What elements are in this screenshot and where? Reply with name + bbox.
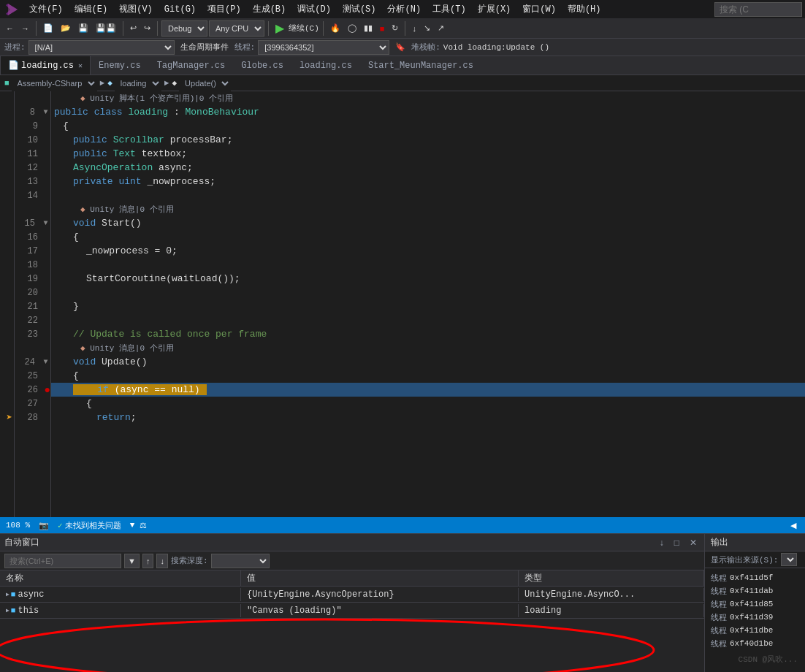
menu-build[interactable]: 生成(B) bbox=[247, 1, 292, 17]
platform-dropdown[interactable]: Any CPU bbox=[209, 20, 264, 37]
left-margin: ➤ bbox=[0, 91, 15, 517]
fold-8[interactable]: ▼ bbox=[41, 108, 50, 116]
auto-table-header: 名称 值 类型 bbox=[0, 570, 704, 587]
menu-extensions[interactable]: 扩展(X) bbox=[472, 1, 517, 17]
assembly-icon: ■ bbox=[4, 79, 9, 88]
panel-pin-btn[interactable]: ↓ bbox=[657, 537, 667, 549]
line-9: { bbox=[51, 119, 805, 133]
auto-search-bar: ▼ ↑ ↓ 搜索深度: bbox=[0, 551, 704, 570]
output-source-dropdown[interactable] bbox=[781, 553, 797, 566]
menu-file[interactable]: 文件(F) bbox=[23, 1, 69, 17]
expand-icon-this[interactable]: ▶ bbox=[6, 607, 9, 614]
line-28: return; bbox=[51, 411, 805, 424]
step-over-btn[interactable]: ↓ bbox=[409, 23, 419, 34]
step-out-btn[interactable]: ↗ bbox=[435, 22, 447, 34]
tab-startmeun-cs[interactable]: Start_MeunManager.cs bbox=[360, 56, 481, 75]
scroll-left-btn[interactable]: ◀ bbox=[787, 519, 799, 532]
processbar: 进程: [N/A] 生命周期事件 线程: [3996364352] 🔖 堆栈帧:… bbox=[0, 39, 805, 56]
depth-label: 搜索深度: bbox=[171, 555, 208, 566]
assembly-dropdown[interactable]: Assembly-CSharp bbox=[12, 75, 97, 91]
config-dropdown[interactable]: Debug bbox=[161, 20, 207, 37]
top-search-input[interactable] bbox=[714, 2, 802, 17]
zoom-item: 108 % bbox=[6, 521, 30, 530]
line-16: { bbox=[51, 230, 805, 244]
editor-main: 📄 loading.cs ✕ Enemy.cs TagManager.cs Gl… bbox=[0, 56, 805, 533]
tab-label-enemy: Enemy.cs bbox=[99, 61, 141, 71]
hot-reload-btn[interactable]: 🔥 bbox=[327, 22, 343, 34]
sort-asc-btn[interactable]: ↑ bbox=[142, 554, 154, 568]
menu-debug[interactable]: 调试(D) bbox=[291, 1, 337, 17]
auto-row-this[interactable]: ▶ ■ this "Canvas (loading)" loading bbox=[0, 603, 704, 619]
sort-desc-btn[interactable]: ↓ bbox=[156, 554, 168, 568]
perf-btn[interactable]: ◯ bbox=[345, 22, 359, 34]
panel-close-btn[interactable]: ✕ bbox=[687, 537, 700, 549]
restart-btn[interactable]: ↻ bbox=[389, 22, 401, 34]
tab-label: loading.cs bbox=[21, 61, 74, 71]
output-line-2: 线程0xf411dab bbox=[711, 584, 799, 597]
toolbar: ← → 📄 📂 💾 💾💾 ↩ ↪ Debug Any CPU ▶ 继续(C) 🔥… bbox=[0, 18, 805, 39]
menu-edit[interactable]: 编辑(E) bbox=[69, 1, 114, 17]
method-dropdown[interactable]: Update() bbox=[179, 75, 231, 91]
output-line-6: 线程6xf40d1be bbox=[711, 637, 799, 650]
class-dropdown[interactable]: loading bbox=[115, 75, 161, 91]
sep2 bbox=[123, 21, 123, 36]
meta-line-15: ◆ Unity 消息|0 个引用 bbox=[51, 202, 805, 216]
line-17: _nowprocess = 0; bbox=[51, 244, 805, 258]
filter-btn[interactable]: ⚖ bbox=[137, 519, 150, 532]
line-15: void Start() bbox=[51, 216, 805, 230]
status-item: ✓ 未找到相关问题 bbox=[58, 520, 121, 531]
auto-row-async[interactable]: ▶ ■ async {UnityEngine.AsyncOperation} U… bbox=[0, 587, 704, 603]
new-file-btn[interactable]: 📄 bbox=[40, 22, 56, 34]
thread-dropdown[interactable]: [3996364352] bbox=[258, 40, 389, 55]
pause-btn[interactable]: ▮▮ bbox=[361, 22, 375, 34]
row-this-name: ▶ ■ this bbox=[0, 604, 241, 617]
tab-tagmanager-cs[interactable]: TagManager.cs bbox=[149, 56, 234, 75]
back-btn[interactable]: ← bbox=[3, 23, 17, 34]
forward-btn[interactable]: → bbox=[18, 23, 32, 34]
row-async-name: ▶ ■ async bbox=[0, 588, 241, 601]
lifecycle-btn[interactable]: 生命周期事件 bbox=[178, 40, 232, 54]
continue-btn[interactable]: ▶ bbox=[272, 21, 287, 35]
save-btn[interactable]: 💾 bbox=[75, 22, 91, 34]
line-10: public Scrollbar processBar; bbox=[51, 133, 805, 147]
line-14 bbox=[51, 188, 805, 202]
output-line-1: 线程0xf411d5f bbox=[711, 571, 799, 584]
code-content[interactable]: ◆ Unity 脚本(1 个资产引用)|0 个引用 public class l… bbox=[51, 91, 805, 517]
stack-label: 堆栈帧: bbox=[411, 42, 440, 53]
panel-float-btn[interactable]: □ bbox=[671, 537, 682, 549]
stop-btn[interactable]: ■ bbox=[377, 23, 388, 34]
menu-git[interactable]: Git(G) bbox=[159, 3, 202, 16]
save-all-btn[interactable]: 💾💾 bbox=[93, 22, 119, 34]
expand-icon-async[interactable]: ▶ bbox=[6, 591, 9, 597]
redo-btn[interactable]: ↪ bbox=[141, 22, 153, 34]
depth-dropdown[interactable] bbox=[211, 554, 270, 568]
tab-close-active[interactable]: ✕ bbox=[78, 61, 83, 70]
fold-24[interactable]: ▼ bbox=[41, 358, 50, 366]
code-editor[interactable]: ➤ 8 ▼ 9 10 11 12 13 bbox=[0, 91, 805, 517]
menu-project[interactable]: 项目(P) bbox=[202, 1, 247, 17]
undo-btn[interactable]: ↩ bbox=[127, 22, 140, 34]
search-dropdown-btn[interactable]: ▼ bbox=[124, 554, 140, 568]
step-into-btn[interactable]: ↘ bbox=[421, 22, 433, 34]
fold-15[interactable]: ▼ bbox=[41, 219, 50, 227]
line-24: void Update() bbox=[51, 355, 805, 369]
menu-test[interactable]: 测试(S) bbox=[337, 1, 382, 17]
menu-view[interactable]: 视图(V) bbox=[113, 1, 159, 17]
bookmark-btn[interactable]: 🔖 bbox=[392, 41, 408, 53]
async-name: async bbox=[18, 589, 44, 600]
process-dropdown[interactable]: [N/A] bbox=[28, 40, 175, 55]
tab-enemy-cs[interactable]: Enemy.cs bbox=[91, 56, 149, 75]
output-panel-header: 输出 bbox=[705, 534, 805, 551]
menu-window[interactable]: 窗口(W) bbox=[516, 1, 562, 17]
open-btn[interactable]: 📂 bbox=[58, 22, 74, 34]
tab-loading-cs2[interactable]: loading.cs bbox=[291, 56, 360, 75]
auto-search-input[interactable] bbox=[4, 554, 121, 568]
tab-globe-cs[interactable]: Globe.cs bbox=[233, 56, 291, 75]
menu-analyze[interactable]: 分析(N) bbox=[381, 1, 427, 17]
menu-help[interactable]: 帮助(H) bbox=[562, 1, 607, 17]
tab-loading-cs[interactable]: 📄 loading.cs ✕ bbox=[0, 56, 91, 75]
col-header-name: 名称 bbox=[0, 570, 241, 586]
breadcrumb-bar: ■ Assembly-CSharp ► ◆ loading ► ◆ Update… bbox=[0, 75, 805, 91]
meta-line-8: ◆ Unity 脚本(1 个资产引用)|0 个引用 bbox=[51, 91, 805, 105]
menu-tools[interactable]: 工具(T) bbox=[427, 1, 472, 17]
